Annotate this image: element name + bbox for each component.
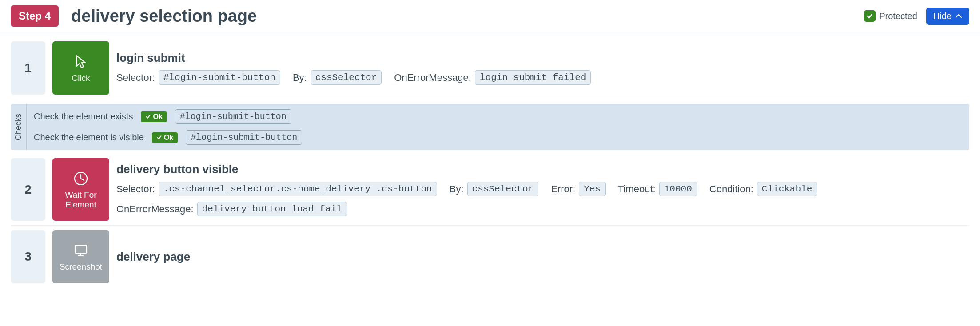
param-value: #login-submit-button [159,70,280,85]
action-row[interactable]: 3 Screenshot delivery page [11,230,969,288]
param-value: 10000 [659,182,697,196]
step-title: delivery selection page [71,7,257,26]
param-label: OnErrorMessage: [394,72,471,83]
param-label: Selector: [116,183,155,195]
check-value: #login-submit-button [175,109,291,124]
action-details: login submit Selector: #login-submit-but… [116,41,969,95]
param-label: By: [450,183,464,195]
param-selector: Selector: #login-submit-button [116,70,280,85]
param-value: login submit failed [475,70,591,85]
header-right: Protected Hide [864,8,969,25]
check-icon [156,135,162,140]
action-details: delivery button visible Selector: .cs-ch… [116,158,969,221]
action-tile-wait[interactable]: Wait For Element [52,158,109,221]
hide-button[interactable]: Hide [926,8,969,25]
protected-indicator: Protected [864,10,917,22]
action-number: 2 [11,158,45,221]
action-tile-label: Click [72,73,90,83]
check-text: Check the element is visible [34,132,144,143]
action-name: delivery page [116,250,969,264]
param-by: By: cssSelector [293,70,382,85]
monitor-icon [72,242,90,259]
param-onerror: OnErrorMessage: delivery button load fai… [116,202,347,216]
checks-sidebar-label: Checks [11,104,27,150]
action-row[interactable]: 1 Click login submit Selector: #login-su… [11,41,969,99]
param-value: cssSelector [467,182,539,196]
check-value: #login-submit-button [186,130,302,145]
hide-button-label: Hide [933,11,952,21]
action-tile-label: Wait For Element [56,190,106,210]
action-tile-label: Screenshot [60,262,102,272]
check-icon [864,10,876,22]
param-line: Selector: .cs-channel_selector.cs-home_d… [116,182,969,196]
checks-panel: Checks Check the element exists Ok #logi… [11,104,969,150]
param-label: By: [293,72,307,83]
check-icon [145,114,151,119]
check-row: Check the element exists Ok #login-submi… [34,109,962,124]
action-details: delivery page [116,230,969,283]
action-tile-screenshot[interactable]: Screenshot [52,230,109,283]
clock-icon [72,170,90,187]
param-line: OnErrorMessage: delivery button load fai… [116,202,969,216]
param-label: OnErrorMessage: [116,203,194,215]
action-row[interactable]: 2 Wait For Element delivery button visib… [11,158,969,226]
header-left: Step 4 delivery selection page [11,5,257,27]
ok-badge: Ok [152,132,178,143]
param-selector: Selector: .cs-channel_selector.cs-home_d… [116,182,437,196]
action-number: 1 [11,41,45,95]
param-label: Timeout: [618,183,656,195]
param-value: .cs-channel_selector.cs-home_delivery .c… [159,182,437,196]
protected-label: Protected [879,11,917,21]
action-name: delivery button visible [116,163,969,176]
chevron-up-icon [955,13,962,19]
actions-list: 1 Click login submit Selector: #login-su… [0,34,980,288]
param-label: Error: [551,183,575,195]
param-by: By: cssSelector [450,182,538,196]
param-condition: Condition: Clickable [709,182,817,196]
step-badge: Step 4 [11,5,59,27]
ok-badge: Ok [141,111,167,122]
param-value: delivery button load fail [197,202,347,216]
param-onerror: OnErrorMessage: login submit failed [394,70,591,85]
checks-body: Check the element exists Ok #login-submi… [27,104,969,150]
param-label: Selector: [116,72,155,83]
ok-label: Ok [153,113,162,121]
svg-line-2 [81,179,84,180]
svg-rect-3 [75,245,87,253]
param-timeout: Timeout: 10000 [618,182,697,196]
param-error: Error: Yes [551,182,606,196]
param-line: Selector: #login-submit-button By: cssSe… [116,70,969,85]
param-value: cssSelector [311,70,382,85]
cursor-icon [72,53,90,71]
param-value: Clickable [757,182,817,196]
action-tile-click[interactable]: Click [52,41,109,95]
param-label: Condition: [709,183,753,195]
action-name: login submit [116,51,969,65]
ok-label: Ok [164,134,173,142]
action-number: 3 [11,230,45,283]
step-header: Step 4 delivery selection page Protected… [0,5,980,34]
check-text: Check the element exists [34,111,133,122]
check-row: Check the element is visible Ok #login-s… [34,130,962,145]
param-value: Yes [579,182,606,196]
